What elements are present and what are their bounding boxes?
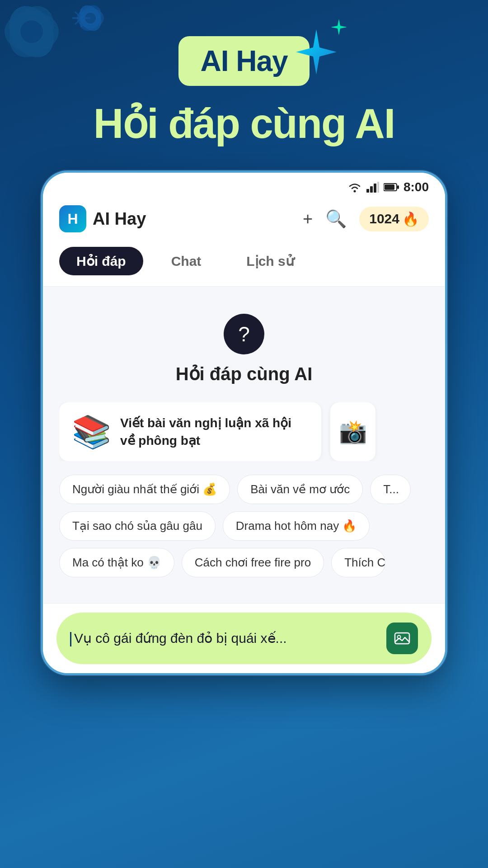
input-cursor xyxy=(70,632,71,646)
card-emoji-2: 📸 xyxy=(339,419,367,445)
search-button[interactable]: 🔍 xyxy=(325,209,347,229)
svg-rect-20 xyxy=(385,184,394,190)
status-time: 8:00 xyxy=(404,180,429,194)
header-actions: + 🔍 1024 🔥 xyxy=(303,207,429,231)
logo-icon: H xyxy=(59,205,86,232)
coins-badge: 1024 🔥 xyxy=(359,207,429,231)
tag-chip-3-3[interactable]: Thích C xyxy=(331,548,385,577)
tag-chip-1-2[interactable]: Bài văn về mơ ước xyxy=(237,475,363,504)
svg-rect-15 xyxy=(366,189,369,193)
battery-icon xyxy=(384,183,399,192)
signal-icon xyxy=(366,182,379,193)
tag-chip-2-1[interactable]: Tại sao chó sủa gâu gâu xyxy=(59,511,216,541)
question-bubble: ? xyxy=(224,314,264,354)
question-section-title: Hỏi đáp cùng AI xyxy=(176,363,313,384)
status-bar: 8:00 xyxy=(43,173,445,198)
question-mark: ? xyxy=(238,322,250,346)
input-bar[interactable]: Vụ cô gái đứng đèn đỏ bị quái xế... xyxy=(56,613,432,664)
tag-row-3: Ma có thật ko 💀 Cách chơi free fire pro … xyxy=(59,548,429,577)
tab-lich-su[interactable]: Lịch sử xyxy=(229,247,311,275)
svg-rect-21 xyxy=(397,185,399,189)
tab-chat[interactable]: Chat xyxy=(154,247,219,275)
input-area: Vụ cô gái đứng đèn đỏ bị quái xế... xyxy=(43,603,445,673)
app-logo: H AI Hay xyxy=(59,205,146,232)
tab-hoi-dap[interactable]: Hỏi đáp xyxy=(59,247,143,275)
tag-row-1: Người giàu nhất thế giới 💰 Bài văn về mơ… xyxy=(59,475,429,504)
card-text-1: Viết bài văn nghị luận xã hội về phông b… xyxy=(120,414,309,449)
phone-container: 8:00 H AI Hay + 🔍 1024 🔥 Hỏi đáp Chat Lị… xyxy=(41,170,447,675)
sparkle-small-icon xyxy=(330,18,348,36)
input-text: Vụ cô gái đứng đèn đỏ bị quái xế... xyxy=(70,630,386,646)
tag-row-2: Tại sao chó sủa gâu gâu Drama hot hôm na… xyxy=(59,511,429,541)
suggestion-card-1[interactable]: 📚 Viết bài văn nghị luận xã hội về phông… xyxy=(59,402,321,461)
svg-point-14 xyxy=(353,190,356,193)
svg-rect-22 xyxy=(395,633,409,644)
input-placeholder: Vụ cô gái đứng đèn đỏ bị quái xế... xyxy=(74,631,287,646)
image-icon xyxy=(394,630,410,646)
coins-icon: 🔥 xyxy=(402,211,419,227)
hero-title: Hỏi đáp cùng AI xyxy=(94,99,395,148)
app-name-label: AI Hay xyxy=(93,209,146,229)
coins-count: 1024 xyxy=(369,211,399,226)
svg-rect-17 xyxy=(374,184,376,193)
svg-rect-18 xyxy=(377,182,379,193)
tag-chip-3-1[interactable]: Ma có thật ko 💀 xyxy=(59,548,174,577)
tag-chip-2-2[interactable]: Drama hot hôm nay 🔥 xyxy=(223,511,370,541)
add-button[interactable]: + xyxy=(303,209,313,229)
svg-rect-16 xyxy=(370,186,373,193)
status-icons: 8:00 xyxy=(347,180,429,194)
wifi-icon xyxy=(347,181,362,193)
tag-chip-1-3[interactable]: T... xyxy=(370,475,411,504)
brand-badge: AI Hay xyxy=(178,36,309,86)
main-content: ? Hỏi đáp cùng AI 📚 Viết bài văn nghị lu… xyxy=(43,287,445,603)
image-upload-button[interactable] xyxy=(386,623,418,654)
question-hero: ? Hỏi đáp cùng AI xyxy=(59,305,429,402)
tag-chip-1-1[interactable]: Người giàu nhất thế giới 💰 xyxy=(59,475,230,504)
hero-section: AI Hay Hỏi đáp cùng AI xyxy=(0,0,488,148)
tag-chip-3-2[interactable]: Cách chơi free fire pro xyxy=(182,548,324,577)
brand-pill: AI Hay xyxy=(178,36,309,86)
suggestion-card-2-partial[interactable]: 📸 xyxy=(330,402,375,461)
app-header: H AI Hay + 🔍 1024 🔥 xyxy=(43,198,445,241)
card-emoji-1: 📚 xyxy=(72,413,111,450)
tab-bar: Hỏi đáp Chat Lịch sử xyxy=(43,241,445,287)
phone-mockup: 8:00 H AI Hay + 🔍 1024 🔥 Hỏi đáp Chat Lị… xyxy=(41,170,447,675)
suggestion-cards: 📚 Viết bài văn nghị luận xã hội về phông… xyxy=(59,402,429,461)
